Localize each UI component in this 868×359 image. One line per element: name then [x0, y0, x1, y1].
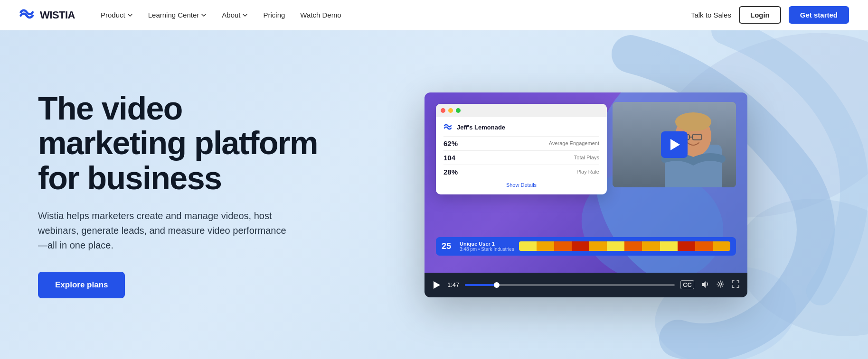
- svg-point-7: [675, 112, 711, 131]
- explore-plans-button[interactable]: Explore plans: [38, 272, 125, 298]
- stat1-label: Average Engagement: [549, 140, 599, 146]
- logo-link[interactable]: WISTIA: [19, 9, 75, 22]
- login-button[interactable]: Login: [739, 6, 781, 24]
- navbar: WISTIA Product Learning Center About Pri…: [0, 0, 868, 30]
- play-pause-button[interactable]: [432, 280, 442, 290]
- play-triangle-icon: [670, 139, 680, 150]
- stat3-value: 28%: [443, 168, 458, 176]
- heatmap-bar: [519, 241, 730, 251]
- stat2-label: Total Plays: [574, 155, 599, 160]
- traffic-dot-yellow: [448, 108, 453, 113]
- video-thumbnail-area: [613, 102, 736, 187]
- wistia-logo-icon: [19, 9, 36, 22]
- chevron-down-icon: [242, 12, 248, 18]
- progress-dot: [494, 282, 500, 288]
- video-player-wrapper: Jeff's Lemonade 62% Average Engagement 1…: [425, 92, 747, 297]
- show-details-link[interactable]: Show Details: [443, 182, 599, 188]
- heatmap-user-info: Unique User 1 3:48 pm • Stark Industries: [460, 241, 514, 252]
- app-titlebar: [436, 104, 607, 117]
- control-icons: CC: [680, 280, 740, 290]
- nav-product[interactable]: Product: [94, 7, 140, 23]
- heatmap-row: 25 Unique User 1 3:48 pm • Stark Industr…: [436, 237, 736, 256]
- hero-content-left: The video marketing platform for busines…: [38, 91, 323, 298]
- progress-fill: [465, 284, 496, 286]
- app-video-title: Jeff's Lemonade: [457, 124, 505, 131]
- hero-content-right: Jeff's Lemonade 62% Average Engagement 1…: [323, 92, 830, 297]
- heatmap-user-name: Unique User 1: [460, 241, 514, 247]
- divider: [443, 150, 599, 151]
- nav-pricing[interactable]: Pricing: [256, 7, 292, 23]
- svg-point-11: [719, 283, 722, 285]
- traffic-dot-green: [456, 108, 461, 113]
- brand-name: WISTIA: [40, 9, 75, 21]
- chevron-down-icon: [201, 12, 207, 18]
- captions-button[interactable]: CC: [680, 280, 694, 289]
- video-thumb-inner: [613, 102, 736, 187]
- divider: [443, 136, 599, 137]
- stat2-value: 104: [443, 154, 455, 162]
- fullscreen-button[interactable]: [731, 280, 740, 290]
- stat-row-2: 104 Total Plays: [443, 154, 599, 162]
- hero-section: The video marketing platform for busines…: [0, 30, 868, 359]
- talk-to-sales-link[interactable]: Talk to Sales: [691, 11, 731, 19]
- progress-bar[interactable]: [465, 284, 675, 286]
- stat-row-1: 62% Average Engagement: [443, 139, 599, 147]
- chevron-down-icon: [127, 12, 133, 18]
- heatmap-user-detail: 3:48 pm • Stark Industries: [460, 247, 514, 252]
- app-content: Jeff's Lemonade 62% Average Engagement 1…: [436, 117, 607, 194]
- nav-watch-demo[interactable]: Watch Demo: [293, 7, 348, 23]
- play-button-overlay[interactable]: [661, 131, 688, 158]
- nav-learning-center[interactable]: Learning Center: [142, 7, 214, 23]
- hero-subtitle: Wistia helps marketers create and manage…: [38, 209, 294, 253]
- hero-title: The video marketing platform for busines…: [38, 91, 323, 195]
- video-main-area: Jeff's Lemonade 62% Average Engagement 1…: [425, 92, 747, 273]
- play-icon: [434, 281, 440, 289]
- time-display: 1:47: [447, 281, 459, 288]
- settings-button[interactable]: [716, 280, 725, 290]
- video-controls: 1:47 CC: [425, 273, 747, 297]
- app-wistia-icon: [443, 124, 453, 131]
- heatmap-number: 25: [442, 241, 455, 251]
- app-screenshot: Jeff's Lemonade 62% Average Engagement 1…: [436, 104, 607, 194]
- traffic-dot-red: [441, 108, 445, 113]
- app-logo-row: Jeff's Lemonade: [443, 124, 599, 131]
- nav-links: Product Learning Center About Pricing Wa…: [94, 7, 691, 23]
- divider: [443, 165, 599, 165]
- stat1-value: 62%: [443, 139, 458, 147]
- divider: [443, 179, 599, 179]
- volume-button[interactable]: [701, 280, 709, 290]
- stat3-label: Play Rate: [576, 169, 599, 175]
- nav-about[interactable]: About: [215, 7, 255, 23]
- get-started-button[interactable]: Get started: [789, 6, 849, 24]
- nav-right-actions: Talk to Sales Login Get started: [691, 6, 849, 24]
- stat-row-3: 28% Play Rate: [443, 168, 599, 176]
